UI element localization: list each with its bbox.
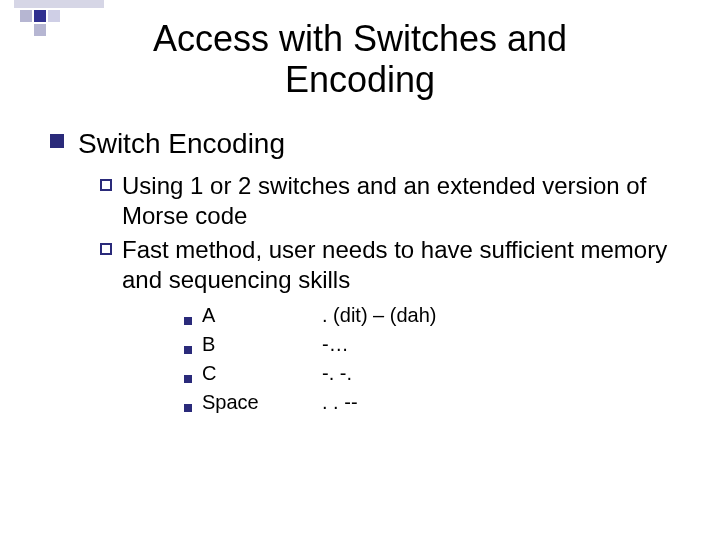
slide-body: Switch Encoding Using 1 or 2 switches an… — [50, 126, 680, 419]
morse-row: C -. -. — [184, 361, 680, 386]
morse-list: A . (dit) – (dah) B -… C -. -. Space . .… — [184, 303, 680, 415]
morse-letter: C — [202, 361, 322, 386]
title-line-2: Encoding — [285, 59, 435, 100]
square-bullet-icon — [50, 134, 64, 148]
slide-title: Access with Switches and Encoding — [0, 18, 720, 101]
morse-code: -… — [322, 332, 680, 357]
small-square-bullet-icon — [184, 317, 192, 325]
morse-code: . (dit) – (dah) — [322, 303, 680, 328]
hollow-square-bullet-icon — [100, 243, 112, 255]
morse-letter: A — [202, 303, 322, 328]
hollow-square-bullet-icon — [100, 179, 112, 191]
sub-bullet-2: Fast method, user needs to have sufficie… — [122, 235, 680, 295]
small-square-bullet-icon — [184, 404, 192, 412]
bullet-level2: Using 1 or 2 switches and an extended ve… — [100, 171, 680, 231]
morse-letter: B — [202, 332, 322, 357]
small-square-bullet-icon — [184, 346, 192, 354]
title-line-1: Access with Switches and — [153, 18, 567, 59]
morse-letter: Space — [202, 390, 322, 415]
bullet-level1: Switch Encoding — [50, 126, 680, 161]
morse-code: . . -- — [322, 390, 680, 415]
bullet-level2: Fast method, user needs to have sufficie… — [100, 235, 680, 295]
morse-row: A . (dit) – (dah) — [184, 303, 680, 328]
morse-row: B -… — [184, 332, 680, 357]
sub-bullet-1: Using 1 or 2 switches and an extended ve… — [122, 171, 680, 231]
small-square-bullet-icon — [184, 375, 192, 383]
heading-text: Switch Encoding — [78, 126, 285, 161]
slide: Access with Switches and Encoding Switch… — [0, 0, 720, 540]
morse-code: -. -. — [322, 361, 680, 386]
morse-row: Space . . -- — [184, 390, 680, 415]
